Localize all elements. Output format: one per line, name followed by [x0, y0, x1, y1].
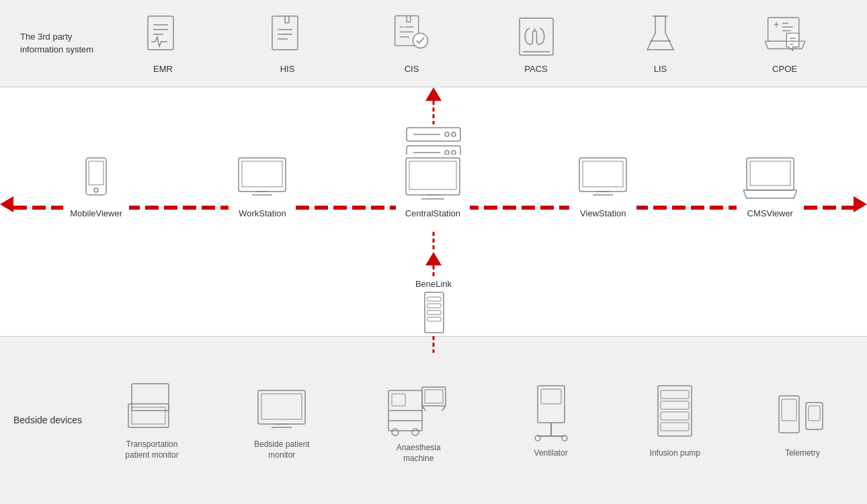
telemetry-device: Telemetry: [776, 382, 829, 459]
viewstation-label: ViewStation: [580, 208, 626, 218]
svg-rect-94: [658, 386, 692, 436]
svg-point-85: [412, 429, 419, 435]
infusion-label: Infusion pump: [650, 448, 700, 459]
svg-point-40: [445, 132, 449, 136]
svg-rect-79: [392, 394, 405, 406]
third-party-label: The 3rd party information system: [20, 31, 101, 55]
svg-rect-98: [661, 423, 689, 431]
pacs-label: PACS: [524, 64, 547, 74]
workstation-label: WorkStation: [239, 208, 286, 218]
svg-rect-67: [427, 304, 441, 308]
anaesthesia-device: Anaesthesia machine: [385, 377, 452, 464]
svg-line-83: [442, 406, 446, 411]
bedside-monitor-label: Bedside patient monitor: [254, 439, 310, 460]
cmsviewer-label: CMSViewer: [747, 208, 793, 218]
workstation-icon: [235, 155, 289, 205]
svg-rect-75: [261, 394, 302, 419]
svg-rect-97: [661, 412, 689, 420]
telemetry-icon: [776, 382, 829, 443]
svg-point-84: [392, 429, 399, 435]
anaesthesia-label: Anaesthesia machine: [397, 443, 441, 464]
infusion-icon: [651, 382, 698, 443]
bottom-section: Bedside devices Transportation patient m…: [0, 336, 867, 504]
bedside-monitor-device: Bedside patient monitor: [254, 380, 310, 460]
viewstation-icon: [576, 155, 630, 205]
arrow-up-benelink-icon: [425, 252, 442, 265]
benelink-label: BeneLink: [415, 279, 452, 289]
bedside-label: Bedside devices: [13, 414, 87, 427]
his-item: HIS: [267, 13, 308, 74]
svg-rect-0: [148, 16, 173, 50]
cpoe-label: CPOE: [772, 64, 797, 74]
lis-label: LIS: [654, 64, 667, 74]
workstation-device: WorkStation: [229, 155, 296, 218]
svg-point-19: [413, 33, 427, 48]
svg-rect-102: [809, 406, 820, 421]
svg-rect-81: [425, 390, 443, 403]
middle-section: eGateway MobileViewer WorkStation: [0, 87, 867, 336]
bedside-monitor-icon: [255, 380, 308, 434]
cmsviewer-device: CMSViewer: [737, 155, 804, 218]
centralstation-icon: [403, 155, 463, 205]
cis-label: CIS: [405, 64, 419, 74]
svg-rect-68: [427, 310, 441, 314]
mobileviewer-label: MobileViewer: [70, 208, 122, 218]
ventilator-device: Ventilator: [528, 382, 575, 459]
pacs-item: PACS: [516, 13, 556, 74]
infusion-device: Infusion pump: [650, 382, 700, 459]
svg-rect-71: [132, 384, 169, 411]
lis-icon: [641, 13, 681, 60]
v-line-benelink-down: [431, 336, 436, 353]
top-icons: EMR HIS: [101, 13, 847, 74]
cpoe-item: CPOE: [765, 13, 805, 74]
benelink-icon: [417, 289, 450, 336]
cmsviewer-icon: [743, 155, 797, 205]
svg-rect-96: [661, 401, 689, 409]
emr-label: EMR: [153, 64, 173, 74]
bottom-devices-row: Transportation patient monitor Bedside p…: [87, 377, 867, 464]
svg-rect-95: [661, 390, 689, 398]
svg-rect-69: [427, 317, 441, 321]
v-line-benelink-mid: [431, 265, 436, 279]
emr-icon: [143, 13, 183, 60]
v-line-top: [431, 101, 436, 124]
his-icon: [267, 13, 308, 60]
lis-item: LIS: [641, 13, 681, 74]
centralstation-label: CentralStation: [405, 208, 460, 218]
transport-device: Transportation patient monitor: [125, 380, 179, 460]
svg-point-39: [452, 132, 456, 136]
centralstation-device: CentralStation: [396, 155, 470, 218]
svg-line-22: [534, 28, 535, 31]
svg-rect-100: [782, 399, 796, 421]
top-section: The 3rd party information system EMR: [0, 0, 867, 87]
ventilator-icon: [528, 382, 575, 443]
viewstation-device: ViewStation: [569, 155, 636, 218]
svg-rect-89: [541, 389, 561, 404]
transport-label: Transportation patient monitor: [125, 439, 178, 460]
anaesthesia-icon: [385, 377, 452, 437]
cis-item: CIS: [392, 13, 432, 74]
pacs-icon: [516, 13, 556, 60]
v-line-benelink-up: [431, 232, 436, 252]
svg-rect-73: [132, 407, 165, 424]
emr-item: EMR: [143, 13, 183, 74]
mobileviewer-icon: [79, 155, 113, 205]
transport-icon: [125, 380, 179, 434]
telemetry-label: Telemetry: [785, 448, 820, 459]
svg-rect-66: [427, 297, 441, 301]
arrow-up-top-icon: [425, 87, 442, 101]
middle-devices-row: MobileViewer WorkStation CentralStation: [0, 155, 867, 218]
cis-icon: [392, 13, 432, 60]
his-label: HIS: [280, 64, 295, 74]
benelink-area: BeneLink: [393, 232, 474, 353]
ventilator-label: Ventilator: [534, 448, 568, 459]
cpoe-icon: [765, 13, 805, 60]
mobileviewer-device: MobileViewer: [63, 155, 129, 218]
